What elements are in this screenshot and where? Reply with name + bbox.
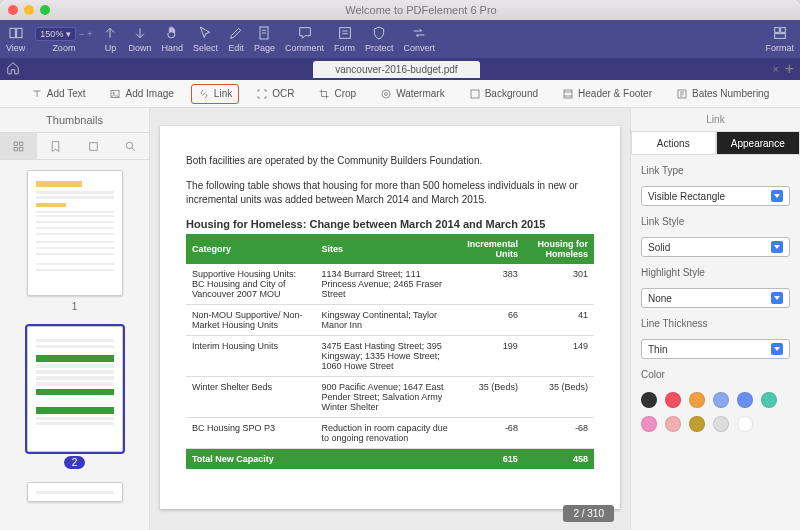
color-swatch[interactable] <box>641 392 657 408</box>
tab-close-icon[interactable]: × <box>773 64 779 75</box>
toolbar-down[interactable]: Down <box>128 25 151 53</box>
toolbar-edit[interactable]: Edit <box>228 25 244 53</box>
edit-ocr-button[interactable]: OCR <box>250 85 300 103</box>
home-icon[interactable] <box>6 61 20 77</box>
paragraph-1: Both facilities are operated by the Comm… <box>186 154 594 169</box>
properties-panel: Link Actions Appearance Link Type Visibl… <box>630 108 800 530</box>
chevron-down-icon <box>771 343 783 355</box>
link-type-select[interactable]: Visible Rectangle <box>641 186 790 206</box>
edit-add-text-button[interactable]: Add Text <box>25 85 92 103</box>
search-tab[interactable] <box>112 133 149 159</box>
link-type-label: Link Type <box>641 165 790 176</box>
window-minimize-button[interactable] <box>24 5 34 15</box>
svg-rect-17 <box>20 147 23 150</box>
color-swatch[interactable] <box>689 416 705 432</box>
properties-title: Link <box>631 108 800 131</box>
table-header: Housing for Homeless <box>524 234 594 264</box>
window-titlebar: Welcome to PDFelement 6 Pro <box>0 0 800 20</box>
color-swatch[interactable] <box>737 392 753 408</box>
table-row: BC Housing SPO P3Reduction in room capac… <box>186 417 594 448</box>
main-toolbar: View150% ▾−+ZoomUpDownHandSelectEditPage… <box>0 20 800 58</box>
edit-sub-toolbar: Add TextAdd ImageLinkOCRCropWatermarkBac… <box>0 80 800 108</box>
page-counter: 2 / 310 <box>563 505 614 522</box>
edit-link-button[interactable]: Link <box>192 85 238 103</box>
toolbar-form[interactable]: Form <box>334 25 355 53</box>
toolbar-view[interactable]: View <box>6 25 25 53</box>
highlight-style-select[interactable]: None <box>641 288 790 308</box>
page-content: Both facilities are operated by the Comm… <box>160 126 620 509</box>
toolbar-comment[interactable]: Comment <box>285 25 324 53</box>
table-title: Housing for Homeless: Change between Mar… <box>186 218 594 230</box>
color-swatch[interactable] <box>641 416 657 432</box>
toolbar-hand[interactable]: Hand <box>161 25 183 53</box>
toolbar-page[interactable]: Page <box>254 25 275 53</box>
edit-add-image-button[interactable]: Add Image <box>103 85 179 103</box>
color-swatch[interactable] <box>713 416 729 432</box>
thumbnails-panel: Thumbnails <box>0 108 150 530</box>
page-thumbnail-3[interactable] <box>27 482 123 502</box>
toolbar-up[interactable]: Up <box>102 25 118 53</box>
svg-point-19 <box>126 142 133 149</box>
toolbar-convert[interactable]: Convert <box>404 25 436 53</box>
page-thumbnail-1[interactable] <box>27 170 123 296</box>
thumbnails-title: Thumbnails <box>0 108 149 132</box>
link-style-select[interactable]: Solid <box>641 237 790 257</box>
table-header: Category <box>186 234 316 264</box>
thumb-1-number: 1 <box>72 301 78 312</box>
line-thickness-select[interactable]: Thin <box>641 339 790 359</box>
window-close-button[interactable] <box>8 5 18 15</box>
toolbar-format[interactable]: Format <box>765 25 794 53</box>
toolbar-select[interactable]: Select <box>193 25 218 53</box>
svg-point-8 <box>113 92 115 94</box>
line-thickness-label: Line Thickness <box>641 318 790 329</box>
document-viewport[interactable]: Both facilities are operated by the Comm… <box>150 108 630 530</box>
svg-rect-16 <box>14 147 17 150</box>
window-title: Welcome to PDFelement 6 Pro <box>50 4 792 16</box>
page-thumbnail-2[interactable] <box>27 326 123 452</box>
document-tab[interactable]: vancouver-2016-budget.pdf <box>313 61 479 78</box>
svg-rect-3 <box>339 28 350 39</box>
edit-crop-button[interactable]: Crop <box>312 85 362 103</box>
svg-rect-1 <box>16 28 21 37</box>
new-tab-button[interactable]: + <box>785 60 794 78</box>
paragraph-2: The following table shows that housing f… <box>186 179 594 208</box>
svg-rect-11 <box>471 90 479 98</box>
color-swatch[interactable] <box>737 416 753 432</box>
svg-rect-12 <box>564 90 572 98</box>
chevron-down-icon <box>771 241 783 253</box>
svg-rect-5 <box>780 28 785 33</box>
document-tab-label: vancouver-2016-budget.pdf <box>335 64 457 75</box>
color-label: Color <box>641 369 790 380</box>
table-row: Supportive Housing Units: BC Housing and… <box>186 264 594 305</box>
svg-rect-6 <box>774 34 785 39</box>
toolbar-protect[interactable]: Protect <box>365 25 394 53</box>
housing-table: CategorySitesIncremental UnitsHousing fo… <box>186 234 594 469</box>
edit-header-footer-button[interactable]: Header & Footer <box>556 85 658 103</box>
svg-rect-14 <box>14 142 17 145</box>
tab-appearance[interactable]: Appearance <box>716 131 801 155</box>
chevron-down-icon <box>771 292 783 304</box>
color-swatch[interactable] <box>665 416 681 432</box>
table-header: Incremental Units <box>454 234 524 264</box>
svg-point-10 <box>382 90 390 98</box>
zoom-select[interactable]: 150% ▾ <box>35 27 76 41</box>
color-swatch[interactable] <box>761 392 777 408</box>
tab-actions[interactable]: Actions <box>631 131 716 155</box>
window-zoom-button[interactable] <box>40 5 50 15</box>
color-swatch[interactable] <box>689 392 705 408</box>
bookmarks-tab[interactable] <box>37 133 74 159</box>
thumbnails-tab[interactable] <box>0 133 37 159</box>
edit-background-button[interactable]: Background <box>463 85 544 103</box>
edit-watermark-button[interactable]: Watermark <box>374 85 451 103</box>
tab-bar: vancouver-2016-budget.pdf × + <box>0 58 800 80</box>
highlight-style-label: Highlight Style <box>641 267 790 278</box>
thumb-2-number: 2 <box>64 456 86 469</box>
edit-bates-button[interactable]: Bates Numbering <box>670 85 775 103</box>
color-swatches <box>641 390 790 432</box>
color-swatch[interactable] <box>713 392 729 408</box>
chevron-down-icon <box>771 190 783 202</box>
svg-rect-15 <box>20 142 23 145</box>
color-swatch[interactable] <box>665 392 681 408</box>
attachments-tab[interactable] <box>75 133 112 159</box>
svg-rect-18 <box>89 142 97 150</box>
